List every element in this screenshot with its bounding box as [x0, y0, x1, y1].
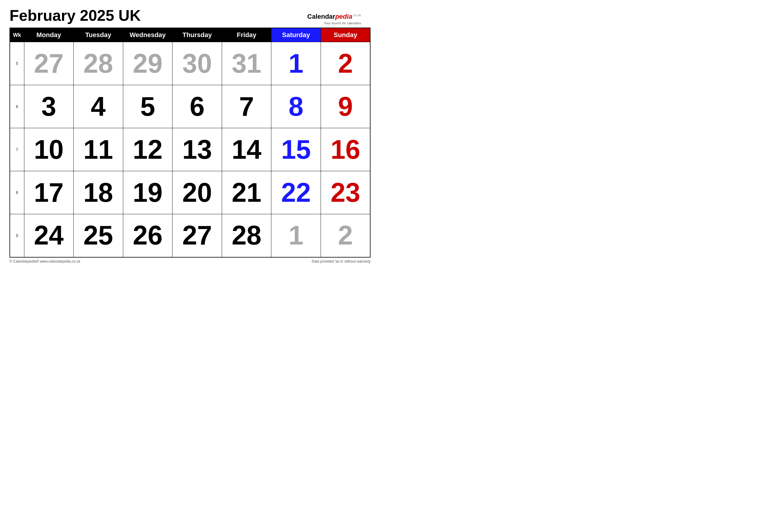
- day-cell: 28: [222, 214, 271, 257]
- day-cell: 25: [73, 214, 123, 257]
- week-row: 817181920212223: [10, 171, 370, 214]
- header-sunday: Sunday: [321, 28, 370, 42]
- day-cell: 26: [123, 214, 172, 257]
- week-number: 9: [10, 214, 24, 257]
- day-cell: 9: [321, 85, 370, 128]
- header-saturday: Saturday: [271, 28, 321, 42]
- day-cell: 20: [172, 171, 222, 214]
- day-cell: 22: [271, 171, 321, 214]
- day-cell: 14: [222, 128, 271, 171]
- day-cell: 12: [123, 128, 172, 171]
- logo: Calendarpedia.co.uk Your source for cale…: [307, 13, 361, 25]
- header-friday: Friday: [222, 28, 271, 42]
- week-row: 9242526272812: [10, 214, 370, 257]
- day-cell: 5: [123, 85, 172, 128]
- day-cell: 27: [172, 214, 222, 257]
- day-cell: 31: [222, 42, 271, 85]
- header-tuesday: Tuesday: [73, 28, 123, 42]
- footer-right: Data provided 'as is' without warranty: [312, 259, 370, 263]
- footer: © Calendarpedia® www.calendarpedia.co.uk…: [10, 259, 370, 263]
- calendar-table: Wk Monday Tuesday Wednesday Thursday Fri…: [10, 27, 370, 257]
- week-number: 8: [10, 171, 24, 214]
- day-cell: 7: [222, 85, 271, 128]
- day-cell: 19: [123, 171, 172, 214]
- week-row: 710111213141516: [10, 128, 370, 171]
- week-number: 6: [10, 85, 24, 128]
- week-row: 63456789: [10, 85, 370, 128]
- week-row: 5272829303112: [10, 42, 370, 85]
- header-wednesday: Wednesday: [123, 28, 172, 42]
- day-cell: 18: [73, 171, 123, 214]
- day-cell: 28: [73, 42, 123, 85]
- day-cell: 29: [123, 42, 172, 85]
- day-cell: 4: [73, 85, 123, 128]
- day-cell: 10: [24, 128, 73, 171]
- day-cell: 30: [172, 42, 222, 85]
- footer-left: © Calendarpedia® www.calendarpedia.co.uk: [10, 259, 80, 263]
- week-number: 7: [10, 128, 24, 171]
- header-wk: Wk: [10, 28, 24, 42]
- day-cell: 6: [172, 85, 222, 128]
- week-number: 5: [10, 42, 24, 85]
- day-cell: 1: [271, 42, 321, 85]
- day-cell: 24: [24, 214, 73, 257]
- day-cell: 1: [271, 214, 321, 257]
- day-cell: 2: [321, 214, 370, 257]
- day-cell: 15: [271, 128, 321, 171]
- day-cell: 27: [24, 42, 73, 85]
- day-cell: 16: [321, 128, 370, 171]
- day-cell: 3: [24, 85, 73, 128]
- day-cell: 21: [222, 171, 271, 214]
- header-monday: Monday: [24, 28, 73, 42]
- day-cell: 17: [24, 171, 73, 214]
- day-cell: 8: [271, 85, 321, 128]
- day-cell: 2: [321, 42, 370, 85]
- header-row: Wk Monday Tuesday Wednesday Thursday Fri…: [10, 28, 370, 42]
- day-cell: 23: [321, 171, 370, 214]
- header-thursday: Thursday: [172, 28, 222, 42]
- day-cell: 13: [172, 128, 222, 171]
- day-cell: 11: [73, 128, 123, 171]
